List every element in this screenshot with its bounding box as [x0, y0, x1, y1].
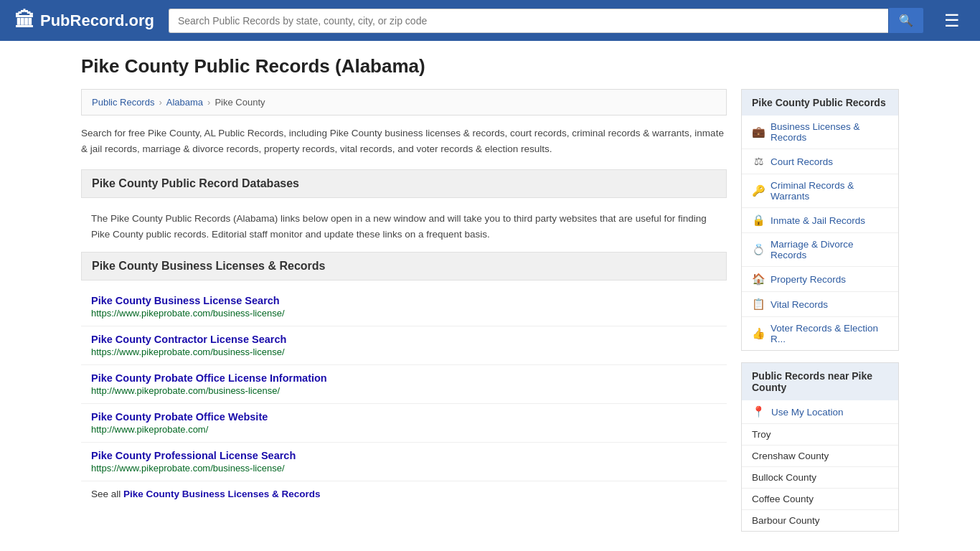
record-entry: Pike County Probate Office Website http:… — [81, 404, 727, 443]
sidebar-item-icon: 👍 — [752, 327, 765, 340]
nearby-item[interactable]: Crenshaw County — [742, 446, 898, 467]
nearby-box: Public Records near Pike County 📍Use My … — [741, 362, 899, 532]
see-all-business-link[interactable]: Pike County Business Licenses & Records — [123, 489, 321, 499]
record-url: http://www.pikeprobate.com/ — [91, 424, 717, 435]
sidebar-county-item[interactable]: 💼 Business Licenses & Records — [742, 116, 898, 149]
sidebar-county-item[interactable]: 👍 Voter Records & Election R... — [742, 317, 898, 350]
databases-section-header: Pike County Public Record Databases — [81, 169, 727, 198]
search-icon: 🔍 — [899, 14, 913, 27]
nearby-item-label: Crenshaw County — [752, 451, 829, 461]
breadcrumb: Public Records › Alabama › Pike County — [81, 89, 727, 116]
sidebar-item-icon: ⚖ — [752, 155, 765, 168]
sidebar-item-label: Property Records — [771, 274, 846, 285]
sidebar-item-label: Voter Records & Election R... — [771, 323, 888, 344]
sidebar-item-icon: 🔒 — [752, 214, 765, 227]
sidebar-item-icon: 💼 — [752, 126, 765, 138]
sidebar-county-item[interactable]: 🏠 Property Records — [742, 267, 898, 292]
county-records-box: Pike County Public Records 💼 Business Li… — [741, 89, 899, 351]
breadcrumb-sep-1: › — [159, 97, 161, 108]
main-content: Public Records › Alabama › Pike County S… — [81, 89, 727, 543]
search-area: 🔍 — [169, 7, 924, 34]
nearby-item-label: Use My Location — [771, 407, 844, 418]
record-entry: Pike County Contractor License Search ht… — [81, 326, 727, 365]
search-button[interactable]: 🔍 — [888, 7, 924, 34]
record-title[interactable]: Pike County Professional License Search — [91, 450, 296, 461]
breadcrumb-sep-2: › — [207, 97, 210, 108]
breadcrumb-pike-county: Pike County — [215, 97, 265, 108]
record-title[interactable]: Pike County Probate Office License Infor… — [91, 372, 327, 384]
sidebar-item-label: Inmate & Jail Records — [771, 215, 865, 226]
sidebar-item-label: Business Licenses & Records — [771, 121, 888, 143]
breadcrumb-public-records[interactable]: Public Records — [92, 97, 154, 108]
header: 🏛 PubRecord.org 🔍 ☰ — [0, 0, 980, 41]
record-title[interactable]: Pike County Contractor License Search — [91, 334, 286, 345]
nearby-item[interactable]: 📍Use My Location — [742, 400, 898, 424]
nearby-item-label: Bullock County — [752, 472, 816, 483]
logo-link[interactable]: 🏛 PubRecord.org — [14, 9, 154, 32]
record-url: http://www.pikeprobate.com/business-lice… — [91, 385, 717, 396]
sidebar-county-item[interactable]: 🔒 Inmate & Jail Records — [742, 208, 898, 233]
record-entry: Pike County Business License Search http… — [81, 288, 727, 326]
content-wrapper: Pike County Public Records (Alabama) Pub… — [67, 41, 913, 551]
record-url: https://www.pikeprobate.com/business-lic… — [91, 347, 717, 357]
nearby-item[interactable]: Bullock County — [742, 467, 898, 489]
description: Search for free Pike County, AL Public R… — [81, 126, 727, 156]
logo-text: PubRecord.org — [40, 11, 154, 30]
nearby-list: 📍Use My LocationTroyCrenshaw CountyBullo… — [742, 400, 898, 531]
sidebar-county-item[interactable]: 📋 Vital Records — [742, 292, 898, 317]
record-entry: Pike County Probate Office License Infor… — [81, 365, 727, 404]
sidebar-item-icon: 🏠 — [752, 273, 765, 286]
see-all-prefix: See all — [91, 489, 123, 499]
breadcrumb-alabama[interactable]: Alabama — [166, 97, 203, 108]
menu-button[interactable]: ☰ — [938, 8, 966, 34]
record-title[interactable]: Pike County Probate Office Website — [91, 411, 268, 423]
county-records-header: Pike County Public Records — [742, 90, 898, 116]
sidebar-item-label: Court Records — [771, 156, 833, 167]
nearby-item[interactable]: Barbour County — [742, 510, 898, 531]
sidebar-county-item[interactable]: 🔑 Criminal Records & Warrants — [742, 174, 898, 208]
business-section-header: Pike County Business Licenses & Records — [81, 252, 727, 281]
nearby-item-label: Troy — [752, 429, 771, 440]
databases-section-desc: The Pike County Public Records (Alabama)… — [81, 205, 727, 252]
sidebar: Pike County Public Records 💼 Business Li… — [741, 89, 899, 543]
search-input[interactable] — [169, 9, 888, 33]
record-url: https://www.pikeprobate.com/business-lic… — [91, 308, 717, 319]
nearby-item-label: Coffee County — [752, 494, 814, 504]
nearby-item[interactable]: Coffee County — [742, 489, 898, 510]
nearby-item-label: Barbour County — [752, 515, 820, 526]
sidebar-item-label: Vital Records — [771, 299, 828, 310]
sidebar-county-item[interactable]: ⚖ Court Records — [742, 149, 898, 174]
business-records-list: Pike County Business License Search http… — [81, 288, 727, 481]
nearby-item[interactable]: Troy — [742, 424, 898, 446]
menu-icon: ☰ — [944, 11, 960, 30]
sidebar-item-icon: 💍 — [752, 243, 765, 256]
record-url: https://www.pikeprobate.com/business-lic… — [91, 463, 717, 474]
sidebar-county-item[interactable]: 💍 Marriage & Divorce Records — [742, 233, 898, 267]
see-all-business: See all Pike County Business Licenses & … — [81, 481, 727, 507]
sidebar-item-icon: 🔑 — [752, 184, 765, 197]
location-icon: 📍 — [752, 405, 765, 418]
record-entry: Pike County Professional License Search … — [81, 443, 727, 481]
record-title[interactable]: Pike County Business License Search — [91, 295, 280, 306]
main-layout: Public Records › Alabama › Pike County S… — [81, 89, 899, 543]
nearby-header: Public Records near Pike County — [742, 363, 898, 400]
sidebar-item-label: Criminal Records & Warrants — [771, 180, 888, 202]
page-title: Pike County Public Records (Alabama) — [81, 55, 899, 77]
logo-icon: 🏛 — [14, 9, 34, 32]
sidebar-item-icon: 📋 — [752, 298, 765, 311]
sidebar-item-label: Marriage & Divorce Records — [771, 239, 888, 260]
county-records-list: 💼 Business Licenses & Records ⚖ Court Re… — [742, 116, 898, 350]
